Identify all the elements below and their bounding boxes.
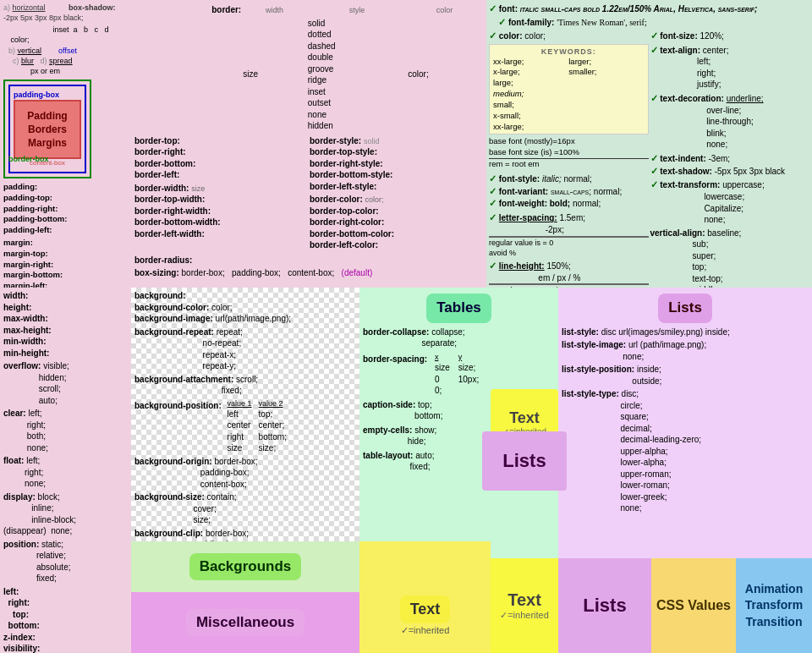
layout-panel: width: height: max-width: max-height: mi… (0, 288, 131, 653)
border-panel: border: width style color size solid dot… (131, 0, 486, 288)
lists-panel: Lists list-style: disc url(images/smiley… (558, 288, 812, 558)
css-values-label: CSS Values (651, 558, 736, 653)
boxshadow-label: a) horizontal box-shadow: -2px 5px 3px 8… (3, 3, 128, 23)
miscellaneous-label-area: Miscellaneous (131, 592, 359, 653)
text-section-label: Text ✓=inherited (491, 558, 558, 653)
text-label-area: Text ✓=inherited (359, 575, 491, 653)
font-panel: ✓ font: italic small-caps bold 1.22em/15… (486, 0, 812, 288)
text-label-area2 (359, 541, 491, 575)
animation-label: AnimationTransformTransition (736, 558, 812, 653)
box-diagram: border-box padding-box Padding Borders M… (3, 80, 128, 178)
lists-section-label: Lists (558, 558, 651, 653)
backgrounds-label-area: Backgrounds (131, 541, 359, 592)
lists-badge: Lists (482, 431, 567, 491)
backgrounds-panel: background: background-color: color; bac… (131, 288, 359, 541)
css-cheatsheet: a) horizontal box-shadow: -2px 5px 3px 8… (0, 0, 812, 653)
boxmodel-panel: a) horizontal box-shadow: -2px 5px 3px 8… (0, 0, 131, 288)
